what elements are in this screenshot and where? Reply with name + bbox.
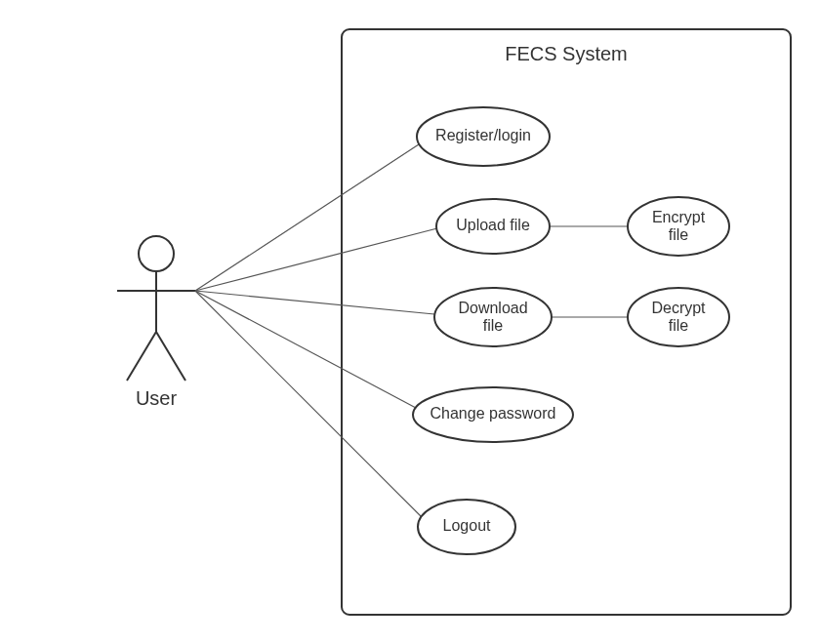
assoc-logout (195, 291, 422, 517)
svg-text:Change password: Change password (430, 405, 556, 422)
svg-text:Logout: Logout (443, 517, 491, 534)
actor-label: User (136, 387, 178, 409)
svg-text:file: file (483, 317, 504, 334)
actor-leg-right (156, 332, 185, 381)
svg-text:Register/login: Register/login (435, 127, 531, 143)
svg-text:Upload file: Upload file (456, 217, 530, 233)
svg-text:Download: Download (458, 300, 527, 316)
usecase-register: Register/login (417, 107, 550, 166)
svg-text:Decrypt: Decrypt (651, 300, 706, 316)
usecase-logout: Logout (418, 500, 515, 554)
svg-text:Encrypt: Encrypt (652, 209, 706, 225)
assoc-register (195, 142, 422, 291)
svg-text:file: file (669, 226, 689, 243)
use-case-diagram: FECS System User Register/login Upload f… (0, 0, 820, 644)
usecase-download: Download file (434, 288, 552, 346)
usecase-upload: Upload file (436, 199, 550, 254)
actor-head-icon (139, 236, 174, 271)
assoc-upload (195, 228, 437, 291)
usecase-decrypt: Decrypt file (628, 288, 729, 346)
assoc-changepw (195, 291, 416, 408)
usecase-change-password: Change password (413, 387, 573, 442)
system-title: FECS System (505, 43, 628, 64)
usecase-encrypt: Encrypt file (628, 197, 729, 256)
actor-user: User (117, 236, 195, 409)
actor-leg-left (127, 332, 156, 381)
svg-text:file: file (669, 317, 689, 334)
assoc-download (195, 291, 434, 314)
